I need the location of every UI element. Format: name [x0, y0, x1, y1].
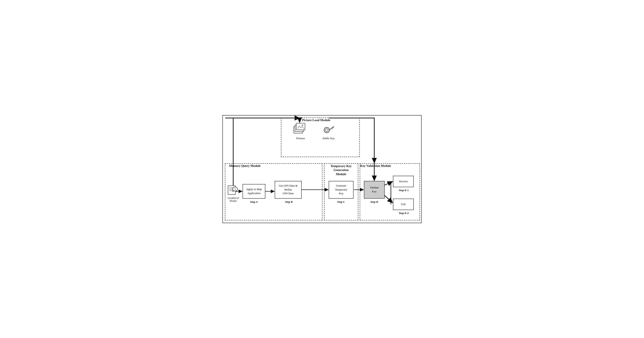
step-b-box: Get GPS Data &RefineGPS Data [275, 181, 302, 199]
step-a-box: Apply to MapApplication [242, 184, 265, 199]
publickey-icon-area: Public Key [320, 124, 337, 140]
pictures-svg-icon [293, 123, 308, 136]
location-label: Location ofPicture [228, 197, 238, 203]
step-e1-label: Step E-1 [393, 189, 414, 192]
pictures-icon-area: Pictures [291, 123, 310, 140]
publickey-svg-icon [323, 124, 334, 136]
step-c-label: Step C [330, 200, 352, 204]
step-d-box: ValidateKey [364, 181, 385, 199]
temp-key-line1: Temporary Key [330, 164, 352, 168]
temp-key-line3: Module [336, 173, 346, 176]
key-validation-module-label: Key Validation Module [360, 164, 402, 168]
temp-key-module-label: Temporary Key Generation Module [324, 164, 358, 176]
picture-load-module-label: Picture Load Module [291, 118, 341, 122]
step-e1-text: Success [399, 180, 408, 184]
step-d-label: Step D [365, 200, 384, 204]
step-a-label: Step A [246, 200, 262, 204]
svg-text:?: ? [234, 188, 236, 191]
temp-key-line2: Generation [334, 168, 349, 172]
svg-point-8 [325, 129, 328, 131]
step-c-text: GenerateTemporaryKey [335, 184, 347, 196]
step-b-label: Step B [278, 200, 300, 204]
step-d-text: ValidateKey [370, 186, 379, 194]
publickey-label: Public Key [322, 137, 335, 140]
step-e2-box: Fail [393, 199, 414, 210]
pictures-label: Pictures [296, 137, 305, 140]
step-e2-label: Step E-2 [393, 212, 414, 215]
svg-rect-5 [296, 123, 305, 130]
step-c-box: GenerateTemporaryKey [329, 181, 354, 199]
step-a-text: Apply to MapApplication [246, 187, 262, 195]
location-svg-icon: ? [227, 184, 239, 196]
memory-query-module-label: Memory Query Module [229, 164, 270, 168]
svg-line-10 [332, 128, 332, 129]
location-icon-area: ? Location ofPicture [226, 184, 240, 203]
step-e1-box: Success [393, 176, 414, 187]
diagram-container: Picture Load Module Memory Query Module … [222, 115, 422, 223]
step-e2-text: Fail [401, 202, 406, 206]
step-b-text: Get GPS Data &RefineGPS Data [279, 184, 298, 196]
